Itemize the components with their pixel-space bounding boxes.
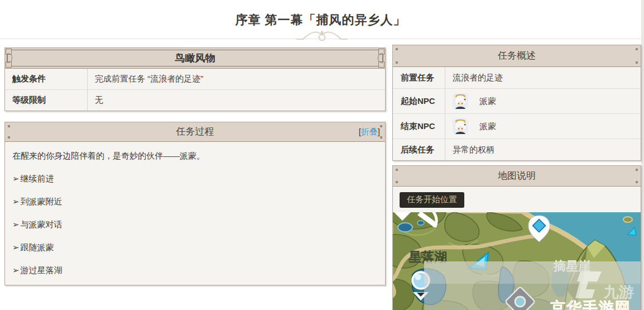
- quest-start-location-badge: 任务开始位置: [400, 192, 464, 208]
- row-value: 派蒙: [445, 114, 641, 139]
- process-intro: 在醒来的你身边陪伴着的，是奇妙的伙伴——派蒙。: [12, 151, 378, 161]
- row-label: 触发条件: [5, 69, 88, 89]
- row-label: 起始NPC: [393, 89, 445, 113]
- quest-step: ➢继续前进: [12, 174, 378, 184]
- page-header: 序章 第一幕「捕风的异乡人」: [0, 0, 641, 39]
- step-arrow-icon: ➢: [12, 242, 20, 252]
- step-text: 继续前进: [21, 174, 54, 183]
- overview-panel-header: 鸟瞰风物: [5, 48, 385, 69]
- left-column: 鸟瞰风物 触发条件 完成前置任务 “流浪者的足迹” 等级限制 无: [4, 47, 386, 285]
- row-label: 后续任务: [393, 139, 445, 160]
- paimon-avatar: [453, 118, 468, 134]
- site-watermark-text: 京华手游网: [550, 299, 631, 310]
- row-value: 流浪者的足迹: [445, 67, 641, 88]
- step-text: 到派蒙附近: [21, 197, 63, 206]
- row-label: 结束NPC: [393, 114, 445, 139]
- quest-step: ➢游过星落湖: [12, 265, 378, 276]
- summary-panel-header: 任务概述: [393, 45, 641, 67]
- step-text: 跟随派蒙: [21, 242, 54, 252]
- process-panel: 任务过程 [折叠] 在醒来的你身边陪伴着的，是奇妙的伙伴——派蒙。 ➢继续前进 …: [4, 122, 386, 285]
- overview-table: 触发条件 完成前置任务 “流浪者的足迹” 等级限制 无: [5, 69, 385, 111]
- step-arrow-icon: ➢: [12, 265, 20, 275]
- row-value: 派蒙: [445, 89, 641, 113]
- table-row: 后续任务 异常的权柄: [393, 139, 641, 160]
- quest-step: ➢到派蒙附近: [12, 197, 378, 207]
- faint-watermark-text: 九游: [603, 284, 634, 301]
- overview-panel: 鸟瞰风物 触发条件 完成前置任务 “流浪者的足迹” 等级限制 无: [4, 47, 386, 111]
- quest-step: ➢与派蒙对话: [12, 220, 378, 230]
- map-panel: 地图说明 任务开始位置: [392, 165, 641, 310]
- collapse-link[interactable]: [折叠]: [359, 122, 380, 141]
- page-title: 序章 第一幕「捕风的异乡人」: [0, 0, 641, 28]
- row-value: 完成前置任务 “流浪者的足迹”: [88, 69, 385, 89]
- step-arrow-icon: ➢: [12, 220, 20, 229]
- step-arrow-icon: ➢: [12, 197, 20, 206]
- table-row: 结束NPC: [393, 113, 641, 139]
- row-label: 前置任务: [393, 67, 445, 88]
- row-value: 无: [88, 90, 385, 111]
- table-row: 前置任务 流浪者的足迹: [393, 67, 641, 88]
- summary-panel-title: 任务概述: [498, 50, 536, 61]
- table-row: 触发条件 完成前置任务 “流浪者的足迹”: [5, 69, 385, 89]
- table-row: 等级限制 无: [5, 89, 385, 111]
- row-label: 等级限制: [5, 90, 88, 111]
- map-pond: [398, 223, 412, 232]
- process-panel-title: 任务过程: [176, 126, 214, 137]
- summary-table: 前置任务 流浪者的足迹 起始NPC: [393, 67, 641, 160]
- process-body: 在醒来的你身边陪伴着的，是奇妙的伙伴——派蒙。 ➢继续前进 ➢到派蒙附近 ➢与派…: [5, 151, 385, 285]
- table-row: 起始NPC: [393, 88, 641, 113]
- step-text: 与派蒙对话: [21, 220, 63, 229]
- step-text: 游过星落湖: [21, 265, 63, 275]
- process-panel-header: 任务过程 [折叠]: [5, 122, 385, 142]
- map-image: 星落湖 摘星崖: [393, 212, 641, 310]
- right-column: 任务概述 前置任务 流浪者的足迹 起始NPC: [392, 45, 641, 310]
- map-panel-title: 地图说明: [498, 170, 536, 181]
- quest-wiki-page: 序章 第一幕「捕风的异乡人」 鸟瞰风物 触发条件: [0, 0, 644, 310]
- step-arrow-icon: ➢: [12, 174, 20, 183]
- page-edge-strip: [641, 0, 644, 310]
- summary-panel: 任务概述 前置任务 流浪者的足迹 起始NPC: [392, 45, 641, 161]
- npc-name: 派蒙: [479, 96, 496, 107]
- row-value: 异常的权柄: [445, 139, 641, 160]
- quest-step: ➢跟随派蒙: [12, 242, 378, 253]
- npc-name: 派蒙: [479, 121, 496, 132]
- paimon-avatar: [453, 93, 468, 109]
- watermark: 九游 京华手游网: [424, 261, 641, 310]
- overview-panel-title: 鸟瞰风物: [175, 53, 215, 64]
- map-panel-header: 地图说明: [393, 166, 641, 187]
